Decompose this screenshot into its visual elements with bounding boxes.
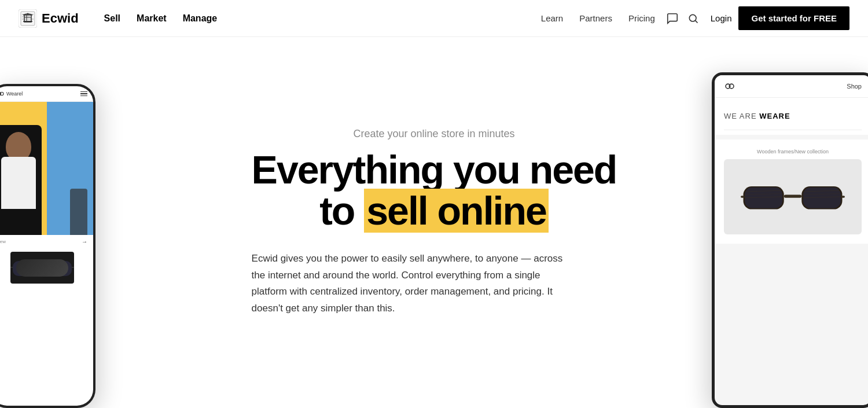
nav-pricing[interactable]: Pricing: [621, 9, 662, 28]
login-link[interactable]: Login: [704, 9, 739, 28]
svg-rect-15: [50, 261, 72, 276]
svg-rect-22: [841, 196, 845, 198]
phone-menu-icon: [80, 91, 87, 97]
svg-rect-14: [13, 261, 35, 276]
logo-text: Ecwid: [42, 11, 79, 26]
main-nav-links: Sell Market Manage: [97, 9, 225, 28]
svg-line-6: [696, 20, 698, 23]
nav-manage[interactable]: Manage: [176, 9, 225, 28]
hero-content: Create your online store in minutes Ever…: [240, 128, 628, 317]
hero-highlight: sell online: [364, 189, 549, 233]
tablet-product-section: Wooden frames/New collection: [715, 139, 868, 244]
hero-title-line2: to sell online: [319, 189, 549, 233]
logo[interactable]: Ecwid: [19, 9, 79, 28]
svg-rect-13: [72, 267, 74, 268]
secondary-nav-links: Learn Partners Pricing: [534, 9, 662, 28]
svg-rect-4: [23, 21, 32, 22]
phone-brand-logo: Wearel: [0, 91, 23, 97]
hero-subtitle: Create your online store in minutes: [252, 128, 617, 140]
svg-point-5: [689, 14, 696, 21]
search-icon: [687, 13, 699, 24]
nav-partners[interactable]: Partners: [572, 9, 619, 28]
chat-icon: [666, 12, 679, 25]
tablet-brand-name: WE ARE WEARE: [724, 112, 862, 120]
hero-title-line1: Everything you need: [252, 148, 617, 192]
svg-rect-11: [36, 266, 49, 269]
hero-description: Ecwid gives you the power to easily sell…: [252, 251, 564, 318]
hero-title: Everything you need to sell online: [252, 149, 617, 232]
get-started-button[interactable]: Get started for FREE: [738, 6, 849, 30]
phone-section-new: New: [0, 239, 6, 244]
hero-section: Wearel New →: [0, 37, 868, 408]
main-nav: Ecwid Sell Market Manage Learn Partners …: [0, 0, 868, 37]
tablet-brand-logo: [724, 82, 735, 90]
chat-icon-button[interactable]: [662, 8, 683, 29]
tablet-mockup-right: Shop WE ARE WEARE Wooden frames/New coll…: [712, 72, 868, 408]
svg-rect-21: [741, 196, 744, 198]
svg-rect-20: [784, 194, 802, 197]
ecwid-logo-icon: [19, 9, 37, 28]
search-icon-button[interactable]: [683, 8, 704, 29]
tablet-collection-label: Wooden frames/New collection: [724, 149, 862, 155]
tablet-shop-link[interactable]: Shop: [847, 83, 862, 90]
nav-sell[interactable]: Sell: [97, 9, 127, 28]
svg-rect-12: [10, 267, 13, 268]
phone-mockup-left: Wearel New →: [0, 84, 95, 408]
nav-market[interactable]: Market: [130, 9, 174, 28]
tablet-product-image: [724, 159, 862, 234]
nav-learn[interactable]: Learn: [534, 9, 570, 28]
